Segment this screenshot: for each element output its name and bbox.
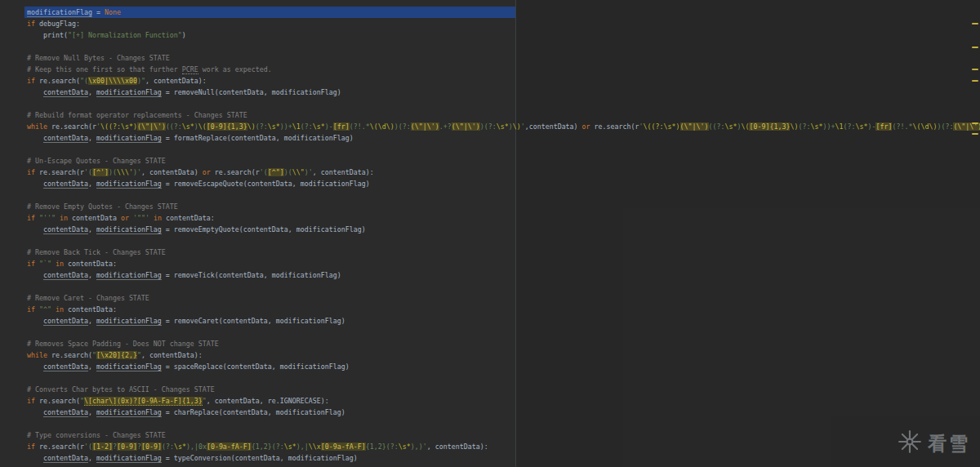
- code-token: modificationFlag: [96, 362, 162, 371]
- snowflake-icon: [898, 429, 922, 457]
- code-token: )(: [284, 168, 292, 176]
- code-token: [\x20]{2,}: [96, 351, 137, 359]
- code-line-6[interactable]: # Keep this one first so that further PC…: [27, 64, 980, 75]
- editor-gutter[interactable]: [0, 0, 24, 467]
- code-line-17[interactable]: [27, 189, 980, 201]
- code-line-15[interactable]: if re.search(r'([^'])(\\\')', contentDat…: [27, 167, 980, 178]
- code-token: '""': [133, 214, 149, 222]
- code-token: if: [27, 443, 35, 451]
- code-line-3[interactable]: print("[+] Normalization Function"): [27, 29, 980, 41]
- code-token: = removeTick(contentData, modificationFl…: [162, 271, 341, 279]
- code-token: )(?:: [480, 122, 497, 131]
- code-token: [27, 362, 43, 371]
- code-token: ): [182, 31, 186, 39]
- code-token: [27, 225, 43, 234]
- code-line-11[interactable]: while re.search(r'\((?:\s*)(\"|\')((?:\s…: [27, 121, 980, 132]
- code-line-2[interactable]: if debugFlag:: [27, 18, 980, 29]
- code-token: [27, 454, 43, 462]
- code-token: # Type conversions - Changes STATE: [27, 431, 166, 439]
- code-line-34[interactable]: # Converts Char bytes to ASCII - Changes…: [27, 384, 980, 395]
- warning-mark[interactable]: [972, 122, 978, 124]
- code-token: .+?: [439, 122, 452, 131]
- code-token: re.search(r: [47, 122, 96, 131]
- warning-mark[interactable]: [972, 23, 978, 24]
- code-token: , contentData):: [427, 443, 488, 451]
- warning-mark[interactable]: [972, 80, 978, 82]
- code-token: (?!.*: [892, 122, 912, 131]
- code-token: )': [305, 168, 313, 176]
- code-line-18[interactable]: # Remove Empty Quotes - Changes STATE: [27, 201, 980, 212]
- code-line-4[interactable]: [27, 41, 980, 52]
- code-line-28[interactable]: contentData, modificationFlag = removeCa…: [27, 315, 980, 327]
- code-token: contentData: [43, 362, 88, 371]
- code-line-39[interactable]: if re.search(r'([1-2]?[0-9]?[0-9](?:\s*)…: [27, 441, 980, 452]
- code-line-32[interactable]: contentData, modificationFlag = spaceRep…: [27, 361, 980, 372]
- code-line-10[interactable]: # Rebuild format operator replacements -…: [27, 109, 980, 121]
- code-line-19[interactable]: if "''" in contentData or '""' in conten…: [27, 212, 980, 224]
- code-token: = removeNull(contentData, modificationFl…: [162, 88, 341, 96]
- code-token: [fr]: [875, 122, 892, 131]
- code-line-37[interactable]: [27, 418, 980, 429]
- code-token: [^']: [92, 168, 109, 176]
- watermark-text: 看雪: [928, 431, 970, 456]
- code-line-5[interactable]: # Remove Null Bytes - Changes STATE: [27, 52, 980, 64]
- code-line-36[interactable]: contentData, modificationFlag = charRepl…: [27, 407, 980, 418]
- code-token: modificationFlag: [96, 408, 162, 417]
- code-line-21[interactable]: [27, 235, 980, 247]
- code-token: \[char\](0x)?[0-9A-Fa-F]{1,3}: [84, 397, 203, 406]
- code-token: # Rebuild format operator replacements -…: [27, 111, 247, 119]
- code-token: contentData: [43, 408, 88, 417]
- code-line-8[interactable]: contentData, modificationFlag = removeNu…: [27, 87, 980, 98]
- code-token: or: [203, 168, 211, 176]
- code-token: # Un-Escape Quotes - Changes STATE: [27, 157, 166, 165]
- code-line-33[interactable]: [27, 372, 980, 384]
- code-line-30[interactable]: # Removes Space Padding - Does NOT chang…: [27, 338, 980, 349]
- code-token: [0-9a-fA-F]: [321, 443, 366, 451]
- code-line-20[interactable]: contentData, modificationFlag = removeEm…: [27, 224, 980, 235]
- code-line-23[interactable]: if "`" in contentData:: [27, 258, 980, 269]
- code-token: \1: [292, 122, 301, 131]
- code-token: # Keep this one first so that further: [27, 65, 182, 73]
- code-line-27[interactable]: if "^" in contentData:: [27, 304, 980, 315]
- code-area[interactable]: modificationFlag = Noneif debugFlag: pri…: [27, 7, 980, 464]
- code-token: modificationFlag: [96, 134, 162, 143]
- code-token: [fr]: [333, 122, 350, 131]
- code-line-40[interactable]: contentData, modificationFlag = typeConv…: [27, 452, 980, 464]
- code-token: ,: [88, 225, 96, 234]
- code-line-13[interactable]: [27, 144, 980, 155]
- code-line-12[interactable]: contentData, modificationFlag = formatRe…: [27, 132, 980, 144]
- code-token: = charReplace(contentData, modificationF…: [162, 408, 345, 416]
- code-line-9[interactable]: [27, 98, 980, 109]
- code-token: , contentData): [141, 168, 203, 176]
- code-line-35[interactable]: if re.search("\[char\](0x)?[0-9A-Fa-F]{1…: [27, 395, 980, 407]
- code-token: \((?:\s*): [100, 122, 137, 131]
- code-line-1[interactable]: modificationFlag = None: [27, 7, 980, 18]
- warning-mark[interactable]: [972, 69, 978, 70]
- code-token: , contentData):: [141, 351, 203, 359]
- code-line-25[interactable]: [27, 281, 980, 292]
- code-line-14[interactable]: # Un-Escape Quotes - Changes STATE: [27, 155, 980, 167]
- warning-mark[interactable]: [972, 133, 978, 135]
- warning-mark[interactable]: [972, 47, 978, 48]
- code-token: in: [60, 214, 68, 222]
- code-token: = typeConversion(contentData, modificati…: [162, 454, 358, 462]
- scrollbar-error-stripe[interactable]: [970, 0, 980, 467]
- code-token: [27, 271, 43, 279]
- code-line-26[interactable]: # Remove Caret - Changes STATE: [27, 292, 980, 304]
- code-token: ,: [88, 362, 96, 371]
- code-token: \s*: [174, 443, 186, 451]
- code-token: ((?:: [709, 122, 725, 131]
- code-line-31[interactable]: while re.search("[\x20]{2,}", contentDat…: [27, 349, 980, 361]
- code-token: (?:: [256, 122, 268, 131]
- code-line-16[interactable]: contentData, modificationFlag = removeEs…: [27, 178, 980, 189]
- code-line-24[interactable]: contentData, modificationFlag = removeTi…: [27, 269, 980, 281]
- code-line-38[interactable]: # Type conversions - Changes STATE: [27, 429, 980, 441]
- code-token: re.search(: [35, 397, 80, 405]
- code-token: (?:: [798, 122, 810, 131]
- code-token: if: [27, 397, 35, 405]
- code-line-7[interactable]: if re.search("(\x00|\\\\x00)", contentDa…: [27, 75, 980, 87]
- code-token: in: [56, 305, 64, 314]
- code-line-29[interactable]: [27, 327, 980, 338]
- code-line-22[interactable]: # Remove Back Tick - Changes STATE: [27, 247, 980, 258]
- code-token: contentData:: [64, 260, 117, 268]
